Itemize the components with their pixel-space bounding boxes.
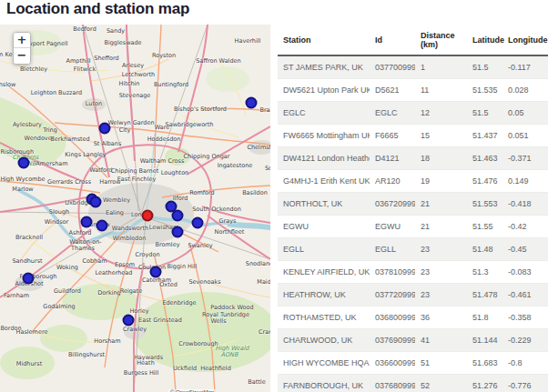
cell-latitude: 51.437 — [467, 125, 502, 147]
cell-station: ST JAMES PARK, UK — [278, 55, 370, 79]
cell-station: HEATHROW, UK — [278, 284, 370, 307]
station-marker-mottingham[interactable] — [172, 226, 184, 238]
table-row[interactable]: EGWUEGWU2151.55-0.42 — [278, 216, 548, 238]
cell-station: EGWU — [278, 216, 370, 238]
cell-longitude: -0.461 — [502, 284, 548, 307]
station-marker-rothamsted[interactable] — [99, 123, 111, 135]
cell-latitude: 51.478 — [467, 284, 502, 307]
cell-distance: 21 — [415, 216, 467, 238]
cell-distance: 23 — [415, 261, 467, 284]
table-header-row: StationIdDistance (km)LatitudeLongitude — [278, 25, 548, 55]
map-markers-layer — [0, 25, 270, 392]
cell-distance: 1 — [415, 55, 467, 79]
cell-longitude: -0.371 — [502, 147, 548, 170]
cell-distance: 18 — [415, 147, 467, 170]
station-map[interactable]: BedfordSandyBiggleswadeHaverhillNewport … — [0, 25, 270, 392]
cell-station: ROTHAMSTED, UK — [278, 307, 370, 329]
cell-station: FARNBOROUGH, UK — [278, 375, 370, 392]
cell-latitude: 51.683 — [467, 352, 502, 375]
cell-longitude: 0.05 — [502, 102, 548, 125]
cell-distance: 19 — [415, 170, 467, 193]
cell-station: DW4121 London Heathow UK — [278, 147, 370, 170]
cell-id: F6665 — [370, 125, 415, 147]
cell-latitude: 51.5 — [467, 55, 502, 79]
cell-id: 03768099999 — [370, 375, 415, 392]
column-header-latitude[interactable]: Latitude — [467, 25, 502, 55]
column-header-distance-km-[interactable]: Distance (km) — [415, 25, 467, 55]
cell-distance: 41 — [415, 329, 467, 352]
station-marker-egwu[interactable] — [90, 196, 102, 208]
map-zoom-control: + − — [13, 32, 31, 65]
table-row[interactable]: EGLLEGLL2351.48-0.45 — [278, 238, 548, 261]
cell-distance: 21 — [415, 193, 467, 216]
table-row[interactable]: FARNBOROUGH, UK037680999995251.276-0.776 — [278, 375, 548, 392]
cell-latitude: 51.553 — [467, 193, 502, 216]
cell-id: 03781099999 — [370, 261, 415, 284]
cell-latitude: 51.3 — [467, 261, 502, 284]
station-marker-charlwood[interactable] — [123, 315, 135, 327]
cell-id: D4121 — [370, 147, 415, 170]
station-marker-egll[interactable] — [96, 220, 108, 232]
cell-id: D5621 — [370, 79, 415, 102]
station-marker-kenley-airfield[interactable] — [150, 266, 162, 278]
cell-id: EGWU — [370, 216, 415, 238]
table-row[interactable]: FW6665 Mottingham UKF66651551.4370.051 — [278, 125, 548, 147]
cell-station: KENLEY AIRFIELD, UK — [278, 261, 370, 284]
cell-station: CHARLWOOD, UK — [278, 329, 370, 352]
column-header-id[interactable]: Id — [370, 25, 415, 55]
cell-station: FW6665 Mottingham UK — [278, 125, 370, 147]
table-row[interactable]: NORTHOLT, UK036720999992151.553-0.418 — [278, 193, 548, 216]
cell-id: 03672099999 — [370, 193, 415, 216]
column-header-longitude[interactable]: Longitude — [502, 25, 548, 55]
table-row[interactable]: DW5621 Upton Park UKD56211151.5350.028 — [278, 79, 548, 102]
cell-distance: 36 — [415, 307, 467, 329]
station-marker-high-wycombe-hqair[interactable] — [18, 157, 30, 169]
station-marker-erith-kent[interactable] — [192, 217, 204, 229]
cell-distance: 51 — [415, 352, 467, 375]
table-row[interactable]: ROTHAMSTED, UK036800999993651.8-0.358 — [278, 307, 548, 329]
station-marker-farnborough[interactable] — [23, 273, 35, 285]
cell-id: AR120 — [370, 170, 415, 193]
table-row[interactable]: G4MHJ-1 Erith Kent UKAR1201951.4760.149 — [278, 170, 548, 193]
cell-id: 03680099999 — [370, 307, 415, 329]
cell-distance: 12 — [415, 102, 467, 125]
table-row[interactable]: DW4121 London Heathow UKD41211851.463-0.… — [278, 147, 548, 170]
cell-latitude: 51.48 — [467, 238, 502, 261]
zoom-out-button[interactable]: − — [14, 48, 30, 64]
table-row[interactable]: EGLCEGLC1251.50.05 — [278, 102, 548, 125]
station-table-panel: StationIdDistance (km)LatitudeLongitude … — [278, 25, 548, 392]
column-header-station[interactable]: Station — [278, 25, 370, 55]
cell-station: EGLL — [278, 238, 370, 261]
cell-latitude: 51.5 — [467, 102, 502, 125]
table-row[interactable]: HEATHROW, UK037720999992351.478-0.461 — [278, 284, 548, 307]
cell-distance: 23 — [415, 284, 467, 307]
cell-longitude: -0.229 — [502, 329, 548, 352]
cell-longitude: 0.149 — [502, 170, 548, 193]
cell-longitude: -0.8 — [502, 352, 548, 375]
cell-latitude: 51.476 — [467, 170, 502, 193]
table-row[interactable]: ST JAMES PARK, UK03770099999151.5-0.117 — [278, 55, 548, 79]
cell-longitude: -0.45 — [502, 238, 548, 261]
cell-distance: 52 — [415, 375, 467, 392]
station-marker-eglc[interactable] — [172, 210, 184, 222]
station-marker-heathrow[interactable] — [81, 216, 93, 228]
table-row[interactable]: KENLEY AIRFIELD, UK037810999992351.3-0.0… — [278, 261, 548, 284]
cell-id: 03660099999 — [370, 352, 415, 375]
cell-id: 03769099999 — [370, 329, 415, 352]
cell-station: NORTHOLT, UK — [278, 193, 370, 216]
cell-longitude: 0.028 — [502, 79, 548, 102]
cell-latitude: 51.463 — [467, 147, 502, 170]
table-row[interactable]: CHARLWOOD, UK037690999994151.144-0.229 — [278, 329, 548, 352]
table-row[interactable]: HIGH WYCOMBE HQAIR, UK036600999995151.68… — [278, 352, 548, 375]
station-marker-andrewsfield[interactable] — [246, 97, 258, 109]
cell-station: EGLC — [278, 102, 370, 125]
station-table: StationIdDistance (km)LatitudeLongitude … — [278, 25, 548, 392]
cell-longitude: -0.42 — [502, 216, 548, 238]
station-marker-st-james-park[interactable] — [142, 210, 154, 222]
page-title: Location and station map — [6, 0, 189, 18]
cell-longitude: -0.083 — [502, 261, 548, 284]
cell-longitude: -0.117 — [502, 55, 548, 79]
cell-id: 03770099999 — [370, 55, 415, 79]
zoom-in-button[interactable]: + — [14, 33, 30, 48]
report-page: Location and station map — [0, 0, 548, 392]
